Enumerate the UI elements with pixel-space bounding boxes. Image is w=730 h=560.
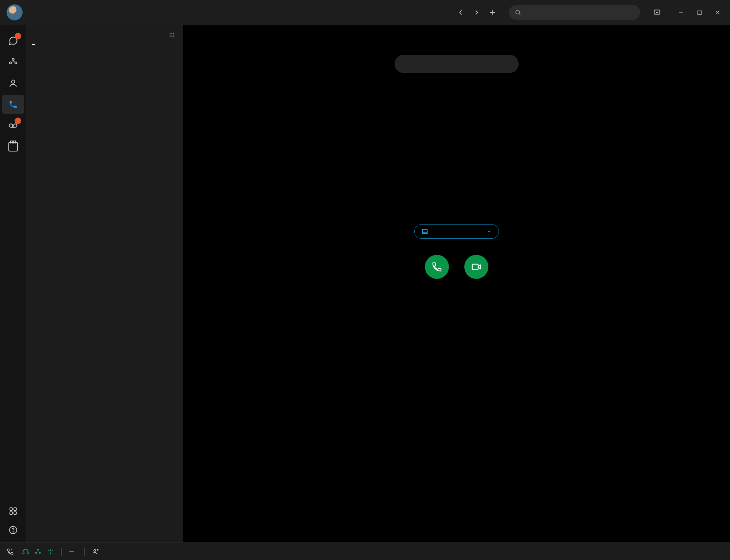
call-pickup-button[interactable] bbox=[92, 548, 102, 555]
voicemail-badge bbox=[15, 118, 21, 124]
cast-icon bbox=[653, 9, 661, 16]
device-selector[interactable] bbox=[414, 224, 499, 239]
line-badge bbox=[69, 551, 74, 552]
rail-item-apps[interactable] bbox=[2, 502, 24, 521]
dialpad-icon bbox=[168, 31, 176, 39]
call-filter-tabs bbox=[26, 25, 183, 45]
chevron-right-icon bbox=[473, 8, 481, 16]
svg-point-25 bbox=[170, 34, 171, 35]
call-pickup-icon bbox=[92, 548, 99, 555]
calendar-icon bbox=[8, 142, 18, 151]
messaging-badge bbox=[15, 33, 21, 39]
minimize-button[interactable] bbox=[675, 7, 687, 18]
svg-rect-35 bbox=[23, 552, 24, 553]
svg-rect-33 bbox=[472, 264, 478, 270]
svg-rect-36 bbox=[27, 552, 28, 553]
rail-item-teams[interactable] bbox=[2, 53, 24, 72]
connect-device-button[interactable] bbox=[650, 7, 668, 18]
nav-back-button[interactable] bbox=[454, 6, 467, 19]
app-body bbox=[0, 25, 730, 542]
dialpad-toggle-button[interactable] bbox=[168, 31, 176, 39]
apps-icon bbox=[9, 507, 18, 515]
svg-point-40 bbox=[94, 549, 96, 551]
svg-rect-6 bbox=[698, 11, 701, 14]
help-icon bbox=[9, 526, 18, 534]
nav-forward-button[interactable] bbox=[470, 6, 483, 19]
plus-icon bbox=[488, 8, 497, 17]
status-bar bbox=[0, 542, 730, 560]
rail-item-voicemail[interactable] bbox=[2, 116, 24, 135]
svg-point-27 bbox=[173, 34, 174, 35]
call-history-panel bbox=[26, 25, 183, 542]
dialer-panel bbox=[183, 25, 730, 542]
svg-point-38 bbox=[35, 552, 36, 553]
rail-item-meetings[interactable] bbox=[2, 137, 24, 156]
minimize-icon bbox=[679, 10, 684, 15]
person-icon bbox=[8, 78, 18, 88]
audio-call-button[interactable] bbox=[425, 255, 449, 284]
chevron-down-icon bbox=[486, 229, 492, 234]
svg-point-26 bbox=[172, 34, 173, 35]
svg-point-29 bbox=[172, 36, 173, 37]
svg-rect-18 bbox=[10, 512, 12, 514]
video-icon bbox=[471, 261, 482, 272]
keypad bbox=[407, 91, 506, 209]
global-search[interactable] bbox=[509, 5, 640, 20]
phone-icon bbox=[8, 100, 18, 109]
search-icon bbox=[515, 9, 521, 16]
softphone-selector[interactable] bbox=[69, 551, 77, 552]
svg-point-2 bbox=[516, 10, 520, 14]
close-icon bbox=[715, 10, 720, 15]
maximize-button[interactable] bbox=[694, 7, 705, 18]
window-controls bbox=[675, 7, 723, 18]
audio-call-circle bbox=[425, 255, 449, 279]
new-button[interactable] bbox=[486, 6, 499, 19]
navigation-rail bbox=[0, 25, 26, 542]
svg-point-9 bbox=[12, 58, 14, 60]
call-settings-button[interactable] bbox=[7, 548, 17, 555]
separator bbox=[61, 548, 62, 556]
svg-point-22 bbox=[170, 32, 171, 34]
svg-point-21 bbox=[13, 532, 14, 532]
svg-rect-19 bbox=[14, 512, 16, 514]
rail-item-calling[interactable] bbox=[2, 95, 24, 114]
network-status-icon[interactable] bbox=[34, 548, 42, 555]
app-window bbox=[0, 0, 730, 560]
teams-icon bbox=[8, 57, 18, 67]
svg-point-39 bbox=[39, 552, 40, 553]
chevron-left-icon bbox=[457, 8, 465, 16]
dial-search-input[interactable] bbox=[395, 55, 519, 73]
user-avatar[interactable] bbox=[7, 4, 23, 20]
rail-item-messaging[interactable] bbox=[2, 31, 24, 50]
svg-point-24 bbox=[173, 32, 174, 34]
svg-point-14 bbox=[14, 124, 17, 127]
svg-point-28 bbox=[170, 36, 171, 37]
rail-item-contacts[interactable] bbox=[2, 74, 24, 93]
maximize-icon bbox=[697, 10, 702, 15]
global-search-input[interactable] bbox=[526, 8, 634, 16]
service-status-icon[interactable] bbox=[47, 548, 54, 555]
svg-point-37 bbox=[37, 549, 38, 550]
video-call-circle bbox=[464, 255, 488, 279]
call-list[interactable] bbox=[26, 45, 183, 542]
svg-point-13 bbox=[9, 124, 13, 127]
video-call-button[interactable] bbox=[464, 255, 488, 284]
svg-point-23 bbox=[172, 32, 173, 34]
separator bbox=[84, 548, 85, 556]
rail-item-help[interactable] bbox=[2, 523, 24, 537]
headset-status-icon[interactable] bbox=[22, 548, 29, 555]
svg-point-12 bbox=[12, 80, 15, 83]
close-button[interactable] bbox=[712, 7, 723, 18]
svg-line-3 bbox=[519, 14, 520, 15]
svg-point-30 bbox=[173, 36, 174, 37]
svg-rect-31 bbox=[422, 229, 427, 233]
svg-rect-17 bbox=[14, 508, 16, 510]
svg-rect-16 bbox=[10, 508, 12, 510]
phone-settings-icon bbox=[7, 548, 14, 555]
call-actions bbox=[425, 255, 488, 284]
laptop-icon bbox=[421, 228, 429, 235]
phone-outline-icon bbox=[431, 261, 442, 272]
titlebar bbox=[0, 0, 730, 25]
